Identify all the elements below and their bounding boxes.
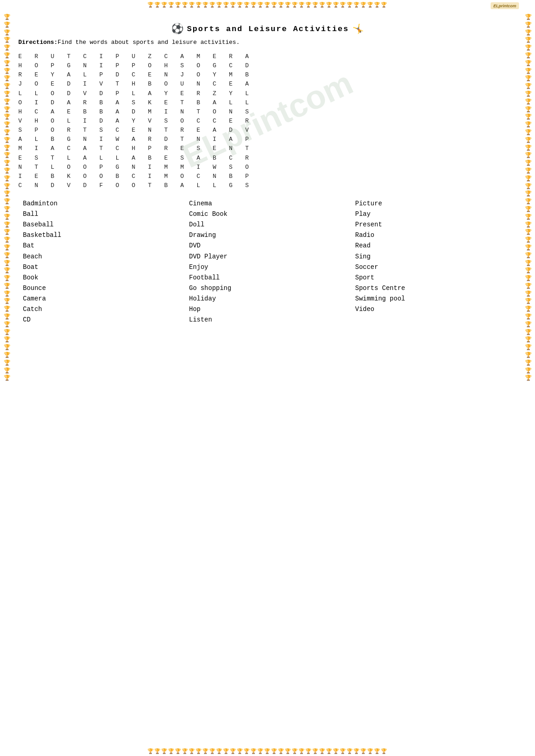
- soccer-ball-icon: ⚽: [171, 23, 184, 35]
- border-left: 🏆🏆🏆🏆🏆🏆🏆🏆🏆🏆🏆🏆🏆🏆🏆🏆🏆🏆🏆🏆🏆🏆🏆🏆🏆🏆🏆🏆🏆🏆🏆🏆🏆🏆🏆🏆🏆🏆🏆🏆…: [0, 0, 14, 396]
- word-dvd: DVD: [184, 241, 200, 251]
- word-enjoy: Enjoy: [184, 262, 208, 273]
- word-holiday: Holiday: [184, 294, 216, 304]
- border-top: 🏆🏆🏆🏆🏆🏆🏆🏆🏆🏆🏆🏆🏆🏆🏆🏆🏆🏆🏆🏆🏆🏆🏆🏆🏆🏆🏆🏆🏆🏆🏆🏆🏆🏆🏆: [0, 0, 535, 10]
- grid-row-10: A L B G N I W A R D T N I A P: [18, 135, 521, 144]
- logo: ELprintcom: [491, 2, 519, 9]
- word-sport: Sport: [351, 273, 374, 283]
- word-present: Present: [351, 220, 382, 230]
- word-go-shopping: Go shopping: [184, 283, 231, 294]
- word-basketball: Basketball: [18, 230, 61, 241]
- word-catch: Catch: [18, 304, 42, 315]
- border-right: 🏆🏆🏆🏆🏆🏆🏆🏆🏆🏆🏆🏆🏆🏆🏆🏆🏆🏆🏆🏆🏆🏆🏆🏆🏆🏆🏆🏆🏆🏆🏆🏆🏆🏆🏆🏆🏆🏆🏆🏆…: [521, 0, 535, 396]
- word-doll: Doll: [184, 220, 205, 230]
- word-book: Book: [18, 273, 38, 283]
- word-badminton: Badminton: [18, 198, 58, 209]
- word-cinema: Cinema: [184, 198, 212, 209]
- word-drawing: Drawing: [184, 230, 216, 241]
- grid-row-13: N T L O O P G N I M M I W S O: [18, 163, 521, 172]
- word-list-col1: Badminton Ball Baseball Basketball Bat B…: [18, 198, 184, 325]
- title-area: ⚽ Sports and Leisure Activities 🤸: [14, 23, 521, 35]
- word-boat: Boat: [18, 262, 38, 273]
- grid-row-1: E R U T C I P U Z C A M E R A: [18, 52, 521, 61]
- directions-label: Directions:: [18, 39, 58, 46]
- word-video: Video: [351, 304, 374, 315]
- word-cd: CD: [18, 315, 31, 325]
- word-sing: Sing: [351, 252, 371, 262]
- word-swimming-pool: Swimming pool: [351, 294, 405, 304]
- word-radio: Radio: [351, 230, 374, 241]
- word-play: Play: [351, 209, 371, 220]
- page-content: ⚽ Sports and Leisure Activities 🤸 Direct…: [14, 14, 521, 742]
- word-dvd-player: DVD Player: [184, 252, 227, 262]
- word-camera: Camera: [18, 294, 46, 304]
- grid-row-4: J O E D I V T H B O U N C E A: [18, 80, 521, 89]
- grid-row-7: H C A E B B A D M I N T O N S: [18, 107, 521, 117]
- grid-row-3: R E Y A L P D C E N J O Y M B: [18, 70, 521, 80]
- directions-text: Find the words about sports and leisure …: [58, 39, 240, 46]
- grid-row-14: I E B K O O B C I M O C N B P: [18, 172, 521, 181]
- word-list-col2: Cinema Comic Book Doll Drawing DVD DVD P…: [184, 198, 351, 325]
- grid-row-11: M I A C A T C H P R E S E N T: [18, 144, 521, 153]
- word-bat: Bat: [18, 241, 34, 251]
- word-listen: Listen: [184, 315, 212, 325]
- grid-row-15: C N D V D F O O T B A L L G S: [18, 181, 521, 190]
- word-hop: Hop: [184, 304, 200, 315]
- person-icon: 🤸: [352, 23, 364, 35]
- grid-row-5: L L O D V D P L A Y E R Z Y L: [18, 89, 521, 98]
- word-football: Football: [184, 273, 220, 283]
- word-list-col3: Picture Play Present Radio Read Sing Soc…: [351, 198, 517, 325]
- word-bounce: Bounce: [18, 283, 46, 294]
- grid-row-12: E S T L A L L A B E S A B C R: [18, 154, 521, 163]
- grid-row-6: O I D A R B A S K E T B A L L: [18, 98, 521, 107]
- grid-row-8: V H O L I D A Y V S O C C E R: [18, 117, 521, 126]
- word-sports-centre: Sports Centre: [351, 283, 405, 294]
- word-comic-book: Comic Book: [184, 209, 227, 220]
- grid-row-2: H O P G N I P P O H S O G C D: [18, 61, 521, 70]
- word-baseball: Baseball: [18, 220, 54, 230]
- word-search-grid: E R U T C I P U Z C A M E R A H O P G N …: [18, 52, 521, 190]
- page-title: Sports and Leisure Activities: [187, 25, 349, 33]
- word-ball: Ball: [18, 209, 38, 220]
- word-list: Badminton Ball Baseball Basketball Bat B…: [18, 198, 517, 325]
- grid-row-9: S P O R T S C E N T R E A D V: [18, 126, 521, 135]
- word-read: Read: [351, 241, 371, 251]
- word-picture: Picture: [351, 198, 382, 209]
- word-beach: Beach: [18, 252, 42, 262]
- border-bottom: 🏆🏆🏆🏆🏆🏆🏆🏆🏆🏆🏆🏆🏆🏆🏆🏆🏆🏆🏆🏆🏆🏆🏆🏆🏆🏆🏆🏆🏆🏆🏆🏆🏆🏆🏆: [0, 746, 535, 756]
- directions: Directions:Find the words about sports a…: [18, 39, 521, 46]
- word-soccer: Soccer: [351, 262, 378, 273]
